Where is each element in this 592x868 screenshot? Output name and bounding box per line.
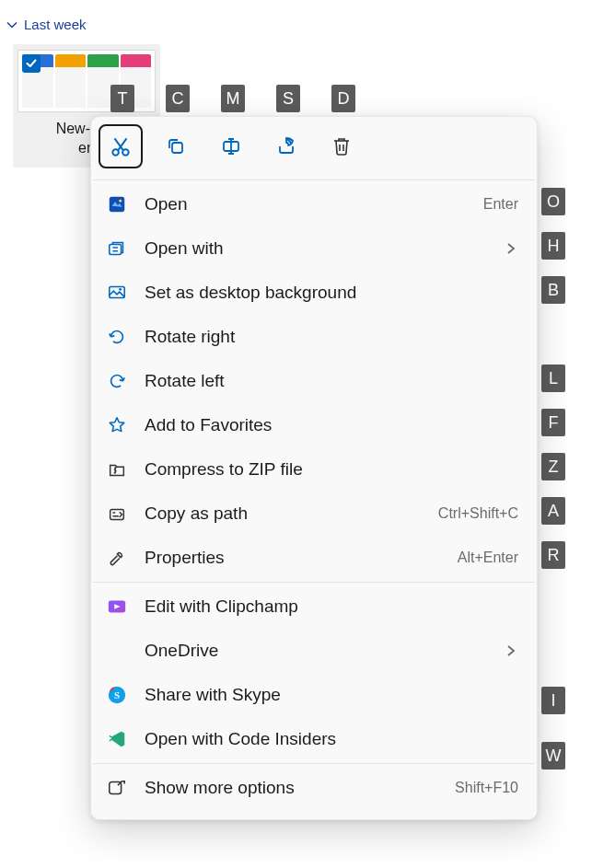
menu-item-label: OneDrive xyxy=(145,641,487,661)
menu-item-label: Show more options xyxy=(145,778,438,798)
group-header[interactable]: Last week xyxy=(6,17,87,32)
group-label: Last week xyxy=(24,17,87,32)
star-icon xyxy=(106,414,128,436)
chevron-right-icon xyxy=(504,643,518,658)
key-hint: A xyxy=(541,497,565,525)
menu-item-show-more-options[interactable]: Show more optionsShift+F10 xyxy=(91,766,537,810)
open-icon xyxy=(106,193,128,215)
menu-item-share-with-skype[interactable]: SShare with Skype xyxy=(91,673,537,717)
menu-item-label: Rotate right xyxy=(145,327,518,347)
svg-point-0 xyxy=(112,149,118,156)
chevron-right-icon xyxy=(504,241,518,256)
menu-item-label: Open with Code Insiders xyxy=(145,729,518,749)
zip-icon xyxy=(106,458,128,480)
key-hint: M xyxy=(221,85,245,112)
svg-point-1 xyxy=(122,149,129,156)
menu-item-set-as-desktop-background[interactable]: Set as desktop background xyxy=(91,271,537,315)
menu-item-rotate-left[interactable]: Rotate left xyxy=(91,359,537,403)
file-thumbnail xyxy=(17,50,156,112)
copypath-icon xyxy=(106,503,128,525)
skype-icon: S xyxy=(106,684,128,706)
vscode-icon xyxy=(106,728,128,750)
menu-divider xyxy=(93,763,535,764)
menu-item-shortcut: Alt+Enter xyxy=(458,550,518,566)
wallpaper-icon xyxy=(106,282,128,304)
menu-item-properties[interactable]: PropertiesAlt+Enter xyxy=(91,536,537,580)
key-hint: L xyxy=(541,365,565,392)
menu-item-add-to-favorites[interactable]: Add to Favorites xyxy=(91,403,537,447)
svg-point-5 xyxy=(119,200,122,203)
cut-button[interactable] xyxy=(99,124,143,168)
key-hint: R xyxy=(541,541,565,569)
svg-rect-6 xyxy=(110,244,122,254)
menu-item-shortcut: Ctrl+Shift+C xyxy=(438,505,518,522)
key-hint: O xyxy=(541,188,565,215)
menu-item-compress-to-zip-file[interactable]: Compress to ZIP file xyxy=(91,447,537,492)
selected-check-icon xyxy=(22,54,41,73)
context-menu: OpenEnterOpen withSet as desktop backgro… xyxy=(90,116,538,820)
chevron-down-icon xyxy=(6,18,18,31)
menu-item-onedrive[interactable]: OneDrive xyxy=(91,629,537,673)
key-hint: F xyxy=(541,409,565,436)
key-hint: Z xyxy=(541,453,565,480)
action-bar xyxy=(91,122,537,178)
key-hint: H xyxy=(541,232,565,260)
menu-item-shortcut: Shift+F10 xyxy=(455,780,518,796)
svg-rect-2 xyxy=(172,143,182,153)
wrench-icon xyxy=(106,547,128,569)
clipchamp-icon xyxy=(106,596,128,618)
menu-item-open-with[interactable]: Open with xyxy=(91,226,537,271)
delete-button[interactable] xyxy=(319,124,364,168)
menu-item-label: Edit with Clipchamp xyxy=(145,596,518,617)
share-button[interactable] xyxy=(264,124,308,168)
menu-item-open[interactable]: OpenEnter xyxy=(91,182,537,226)
menu-item-label: Properties xyxy=(145,548,441,568)
menu-item-label: Add to Favorites xyxy=(145,415,518,435)
menu-item-label: Rotate left xyxy=(145,371,518,391)
rotleft-icon xyxy=(106,370,128,392)
menu-item-label: Compress to ZIP file xyxy=(145,459,518,480)
menu-item-copy-as-path[interactable]: Copy as pathCtrl+Shift+C xyxy=(91,492,537,536)
svg-point-8 xyxy=(119,288,122,291)
menu-item-label: Copy as path xyxy=(145,503,422,524)
menu-item-label: Open xyxy=(145,194,467,214)
openwith-icon xyxy=(106,237,128,260)
key-hint: D xyxy=(331,85,355,112)
menu-item-shortcut: Enter xyxy=(483,196,518,213)
key-hint: W xyxy=(541,742,565,770)
key-hint: S xyxy=(276,85,300,112)
menu-item-rotate-right[interactable]: Rotate right xyxy=(91,315,537,359)
rename-button[interactable] xyxy=(209,124,253,168)
menu-item-label: Set as desktop background xyxy=(145,283,518,303)
key-hint: B xyxy=(541,276,565,304)
menu-item-edit-with-clipchamp[interactable]: Edit with Clipchamp xyxy=(91,584,537,629)
key-hint: C xyxy=(166,85,190,112)
menu-divider xyxy=(93,582,535,583)
copy-button[interactable] xyxy=(154,124,198,168)
menu-item-open-with-code-insiders[interactable]: Open with Code Insiders xyxy=(91,717,537,761)
moreopt-icon xyxy=(106,777,128,799)
none-icon xyxy=(106,640,128,662)
menu-divider xyxy=(93,179,535,180)
svg-text:S: S xyxy=(114,689,120,700)
key-hint: T xyxy=(110,85,134,112)
menu-item-label: Share with Skype xyxy=(145,685,518,705)
menu-item-label: Open with xyxy=(145,238,487,259)
rotright-icon xyxy=(106,326,128,348)
key-hint: I xyxy=(541,687,565,714)
